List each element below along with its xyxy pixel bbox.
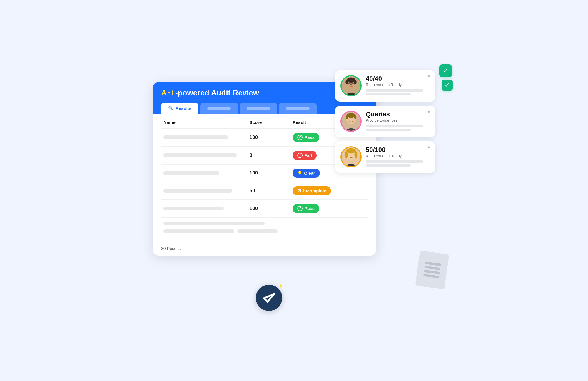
svg-point-13 xyxy=(346,115,348,119)
sparkle-icon-1: ✦ xyxy=(427,73,431,80)
badge-label: Pass xyxy=(304,135,315,140)
card-score-1: 40/40 xyxy=(366,75,430,83)
name-placeholder xyxy=(163,189,232,193)
ai-bot-star: ✦ xyxy=(278,282,283,290)
placeholder xyxy=(163,222,265,225)
check-badge-1: ✓ xyxy=(439,64,452,77)
card-score-3: 50/100 xyxy=(366,146,430,154)
badge-incomplete: ⏱ Incomplete xyxy=(293,186,331,195)
tab-2[interactable] xyxy=(200,103,238,114)
result-cell: ✓ Pass xyxy=(293,204,344,213)
doc-line-3 xyxy=(424,270,440,274)
person-icon-1 xyxy=(342,76,360,95)
name-cell xyxy=(163,171,250,175)
badge-pass-1: ✓ Pass xyxy=(293,133,319,142)
profile-card-2: Queries Provide Evidences ✦ xyxy=(335,106,435,137)
card-bar-3b xyxy=(366,164,411,167)
name-placeholder xyxy=(163,153,237,157)
card-info-3: 50/100 Requirements Ready xyxy=(366,146,430,168)
ai-star: ✦ xyxy=(167,90,171,95)
bottom-row-1 xyxy=(161,218,368,225)
card-bar-3a xyxy=(366,160,423,163)
score-cell: 50 xyxy=(250,188,293,194)
svg-point-4 xyxy=(345,80,348,84)
svg-rect-21 xyxy=(346,153,347,158)
name-placeholder xyxy=(163,207,224,210)
check-badge-2: ✓ xyxy=(442,80,453,91)
svg-point-12 xyxy=(347,113,355,118)
check-badges: ✓ ✓ xyxy=(439,64,453,91)
card-bar-2a xyxy=(366,125,423,127)
tab-3-placeholder xyxy=(247,107,270,110)
score-cell: 100 xyxy=(250,206,293,212)
card-score-2: Queries xyxy=(366,110,430,118)
badge-fail: ! Fail xyxy=(293,151,317,160)
svg-rect-22 xyxy=(355,153,356,158)
card-subtitle-1: Requirements Ready xyxy=(366,83,430,87)
card-bar-1a xyxy=(366,89,423,92)
placeholder xyxy=(237,229,278,233)
profile-card-3: 50/100 Requirements Ready ✦ xyxy=(335,141,435,173)
name-cell xyxy=(163,153,250,157)
score-cell: 100 xyxy=(250,135,293,140)
fail-icon: ! xyxy=(297,153,303,158)
clear-icon: 💡 xyxy=(297,171,302,175)
badge-label: Clear xyxy=(304,171,315,176)
result-cell: ⏱ Incomplete xyxy=(293,186,344,195)
badge-label: Incomplete xyxy=(303,188,326,193)
tab-3[interactable] xyxy=(240,103,277,114)
name-cell xyxy=(163,135,250,139)
tab-4-placeholder xyxy=(286,107,310,110)
name-placeholder xyxy=(163,171,219,175)
check-icon-1: ✓ xyxy=(443,67,448,75)
avatar-2 xyxy=(340,111,362,132)
title-suffix: -powered Audit Review xyxy=(175,88,259,98)
tab-results-label: Results xyxy=(176,106,191,111)
table-row: 100 ✓ Pass xyxy=(161,200,368,218)
sparkle-icon-3: ✦ xyxy=(427,144,431,151)
checkmark-svg xyxy=(262,291,276,305)
svg-marker-23 xyxy=(264,294,274,302)
bottom-row-2 xyxy=(161,225,368,233)
ai-text: A xyxy=(161,88,167,98)
svg-point-18 xyxy=(346,148,356,154)
person-icon-2 xyxy=(342,112,360,131)
scene: A✦i -powered Audit Review 🔍 Results xyxy=(153,64,435,317)
doc-line-2 xyxy=(425,266,440,270)
cards-column: 40/40 Requirements Ready ✦ xyxy=(335,70,435,173)
placeholder xyxy=(163,229,234,233)
ai-logo: A✦i xyxy=(161,88,173,98)
profile-card-1: 40/40 Requirements Ready ✦ xyxy=(335,70,435,102)
card-subtitle-3: Requirements Ready xyxy=(366,154,430,158)
svg-point-5 xyxy=(354,80,357,84)
doc-line-1 xyxy=(425,261,441,266)
svg-point-14 xyxy=(354,115,356,119)
score-cell: 100 xyxy=(250,170,293,176)
ai-bot-icon: ✦ xyxy=(256,285,282,311)
pass-icon: ✓ xyxy=(297,206,303,211)
document-decoration xyxy=(415,250,449,289)
pass-icon: ✓ xyxy=(297,135,303,140)
badge-clear: 💡 Clear xyxy=(293,169,320,178)
tab-results[interactable]: 🔍 Results xyxy=(161,103,198,114)
card-info-2: Queries Provide Evidences xyxy=(366,110,430,132)
card-bar-2b xyxy=(366,129,411,131)
name-cell xyxy=(163,207,250,210)
table-row: 50 ⏱ Incomplete xyxy=(161,182,368,200)
card-info-1: 40/40 Requirements Ready xyxy=(366,75,430,97)
tab-4[interactable] xyxy=(279,103,317,114)
incomplete-icon: ⏱ xyxy=(297,188,301,193)
badge-pass-2: ✓ Pass xyxy=(293,204,319,213)
score-cell: 0 xyxy=(250,152,293,158)
col-name: Name xyxy=(163,120,250,125)
check-icon-2: ✓ xyxy=(445,81,450,89)
card-subtitle-2: Provide Evidences xyxy=(366,118,430,122)
name-cell xyxy=(163,189,250,193)
badge-label: Fail xyxy=(304,153,312,158)
avatar-3 xyxy=(340,146,362,167)
person-icon-3 xyxy=(342,147,360,166)
audit-footer: 80 Results xyxy=(153,241,376,256)
card-bar-1b xyxy=(366,93,411,95)
badge-label: Pass xyxy=(304,206,315,211)
doc-line-4 xyxy=(423,274,439,278)
